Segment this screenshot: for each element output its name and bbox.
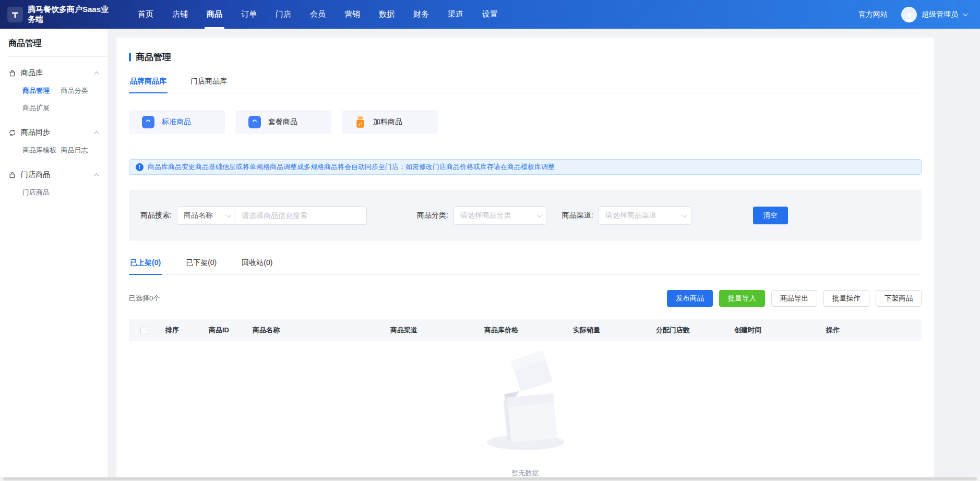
sidebar-submenu: 商品库模板 商品日志 <box>8 141 99 159</box>
standard-goods-bag-icon <box>142 116 154 128</box>
column-price: 商品库价格 <box>484 326 573 335</box>
column-sales: 实际销量 <box>573 326 656 335</box>
nav-item-goods[interactable]: 商品 <box>207 0 222 29</box>
type-button-label: 加料商品 <box>373 117 402 127</box>
user-name: 超级管理员 <box>922 10 958 19</box>
column-goods-id: 商品ID <box>209 326 253 335</box>
search-label: 商品搜索: <box>140 211 172 220</box>
action-buttons: 发布商品 批量导入 商品导出 批量操作 下架商品 <box>667 290 922 307</box>
column-sort: 排序 <box>165 326 209 335</box>
bag-icon <box>8 69 16 77</box>
brand-title: 腾马餐饮多商户Saas业务端 <box>28 5 115 25</box>
sidebar: 商品管理 商品库 商品管理 商品分类 商品扩展 商品同步 <box>0 29 107 481</box>
search-panel: 商品搜索: 商品名称 商品分类: 请选择商品分类 商品渠道: 请选择商品渠道 清… <box>129 190 922 241</box>
sidebar-group-goods-sync: 商品同步 商品库模板 商品日志 <box>8 127 99 159</box>
category-select[interactable]: 请选择商品分类 <box>453 206 546 225</box>
nav-item-settings[interactable]: 设置 <box>482 0 498 29</box>
nav-item-channel[interactable]: 渠道 <box>448 0 463 29</box>
type-button-label: 标准商品 <box>162 117 191 127</box>
card-title-row: 商品管理 <box>129 51 922 63</box>
select-all-checkbox[interactable] <box>140 327 148 334</box>
nav-item-marketing[interactable]: 营销 <box>344 0 360 29</box>
column-channel: 商品渠道 <box>390 326 484 335</box>
sidebar-group-head-goods-sync[interactable]: 商品同步 <box>8 127 99 138</box>
empty-box-illustration <box>471 350 580 454</box>
tab-brand-library[interactable]: 品牌商品库 <box>129 71 168 93</box>
library-tabs: 品牌商品库 门店商品库 <box>129 71 922 93</box>
sidebar-group-label: 门店商品 <box>21 170 50 179</box>
type-button-standard[interactable]: 标准商品 <box>129 110 225 134</box>
sidebar-item-goods-manage[interactable]: 商品管理 <box>22 82 61 99</box>
topping-jar-icon <box>355 116 366 128</box>
tab-off-shelf[interactable]: 已下架(0) <box>185 254 218 274</box>
channel-placeholder: 请选择商品渠道 <box>605 211 679 220</box>
sidebar-group-label: 商品同步 <box>21 128 50 137</box>
status-tabs: 已上架(0) 已下架(0) 回收站(0) <box>129 254 922 275</box>
chevron-up-icon[interactable] <box>94 71 99 76</box>
nav-item-finance[interactable]: 财务 <box>413 0 429 29</box>
official-site-link[interactable]: 官方网站 <box>858 10 888 19</box>
keyword-input[interactable] <box>235 206 367 225</box>
sidebar-item-store-goods[interactable]: 门店商品 <box>22 184 61 201</box>
sidebar-item-library-template[interactable]: 商品库模板 <box>22 141 61 159</box>
type-button-topping[interactable]: 加料商品 <box>342 110 438 134</box>
page: 腾马餐饮多商户Saas业务端 首页 店铺 商品 订单 门店 会员 营销 数据 财… <box>0 0 980 481</box>
nav-item-stores[interactable]: 门店 <box>276 0 291 29</box>
content-area: 商品管理 品牌商品库 门店商品库 标准商品 套餐商品 <box>107 29 980 481</box>
info-icon: ! <box>136 163 144 171</box>
user-menu[interactable]: 超级管理员 <box>901 7 966 22</box>
chevron-up-icon[interactable] <box>94 173 99 178</box>
sidebar-item-goods-extend[interactable]: 商品扩展 <box>22 99 61 116</box>
goods-type-buttons: 标准商品 套餐商品 加料商品 <box>129 110 922 134</box>
chevron-down-icon <box>963 11 968 16</box>
main-nav: 首页 店铺 商品 订单 门店 会员 营销 数据 财务 渠道 设置 <box>138 0 498 29</box>
sidebar-group-goods-library: 商品库 商品管理 商品分类 商品扩展 <box>8 67 99 116</box>
sidebar-group-store-goods: 门店商品 门店商品 <box>8 169 99 201</box>
search-field-value: 商品名称 <box>184 211 223 220</box>
export-goods-button[interactable]: 商品导出 <box>771 290 817 307</box>
column-store-count: 分配门店数 <box>656 326 734 335</box>
search-field-select[interactable]: 商品名称 <box>177 206 235 225</box>
sidebar-group-head-goods-library[interactable]: 商品库 <box>8 67 99 79</box>
publish-goods-button[interactable]: 发布商品 <box>667 290 713 307</box>
chevron-down-icon <box>682 212 687 218</box>
tab-on-shelf[interactable]: 已上架(0) <box>129 254 162 274</box>
batch-operate-button[interactable]: 批量操作 <box>823 290 869 307</box>
page-title: 商品管理 <box>136 51 171 63</box>
batch-import-button[interactable]: 批量导入 <box>719 290 765 307</box>
horizontal-scrollbar-thumb[interactable] <box>3 477 977 480</box>
brand: 腾马餐饮多商户Saas业务端 <box>7 5 116 25</box>
tab-recycle-bin[interactable]: 回收站(0) <box>241 254 273 274</box>
nav-item-home[interactable]: 首页 <box>138 0 153 29</box>
horizontal-scrollbar[interactable] <box>0 477 980 481</box>
category-label: 商品分类: <box>417 211 448 220</box>
chevron-up-icon[interactable] <box>94 130 99 136</box>
sidebar-group-label: 商品库 <box>21 68 43 78</box>
sidebar-title: 商品管理 <box>8 38 99 49</box>
action-row: 已选择0个 发布商品 批量导入 商品导出 批量操作 下架商品 <box>129 290 922 307</box>
sidebar-submenu: 商品管理 商品分类 商品扩展 <box>8 82 99 116</box>
header-checkbox-cell <box>129 327 165 334</box>
type-button-combo[interactable]: 套餐商品 <box>235 110 331 134</box>
store-bag-icon <box>8 171 16 179</box>
chevron-down-icon <box>226 212 231 218</box>
off-shelf-button[interactable]: 下架商品 <box>876 290 922 307</box>
type-button-label: 套餐商品 <box>268 117 297 127</box>
nav-item-orders[interactable]: 订单 <box>241 0 257 29</box>
user-avatar <box>901 7 917 22</box>
notice-text: 商品库商品变更商品基础信息或将单规格商品调整成多规格商品将会自动同步至门店；如需… <box>148 162 555 172</box>
table-header: 排序 商品ID 商品名称 商品渠道 商品库价格 实际销量 分配门店数 创建时间 … <box>129 319 922 341</box>
column-goods-name: 商品名称 <box>253 326 390 335</box>
selected-count-text: 已选择0个 <box>129 294 160 303</box>
sidebar-item-goods-category[interactable]: 商品分类 <box>61 82 100 99</box>
sidebar-item-goods-log[interactable]: 商品日志 <box>61 141 100 159</box>
nav-item-shop[interactable]: 店铺 <box>172 0 188 29</box>
sidebar-group-head-store-goods[interactable]: 门店商品 <box>8 169 99 181</box>
column-actions: 操作 <box>826 326 922 335</box>
nav-item-members[interactable]: 会员 <box>310 0 326 29</box>
column-created: 创建时间 <box>734 326 826 335</box>
tab-store-library[interactable]: 门店商品库 <box>189 71 228 93</box>
channel-select[interactable]: 请选择商品渠道 <box>599 206 691 225</box>
clear-button[interactable]: 清空 <box>753 207 788 224</box>
nav-item-data[interactable]: 数据 <box>379 0 395 29</box>
